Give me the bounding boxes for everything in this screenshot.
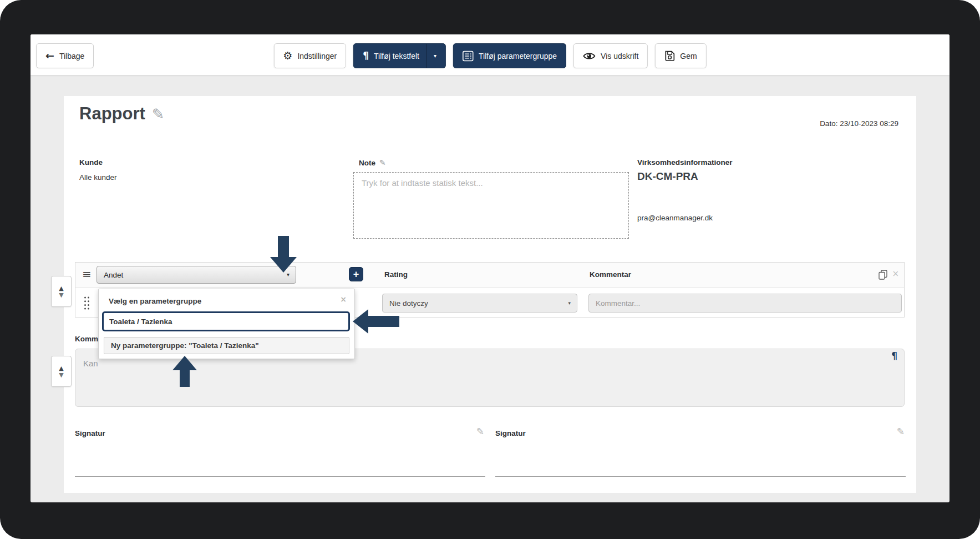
dropdown-close-icon[interactable]: ×: [340, 295, 347, 303]
dropdown-title: Vælg en parametergruppe: [109, 297, 201, 305]
add-parametergroup-button[interactable]: Tilføj parametergruppe: [453, 43, 566, 68]
annotation-arrow-down-icon: [270, 236, 297, 273]
select-caret-icon: ▾: [287, 272, 290, 278]
signature-label: Signatur: [75, 429, 105, 437]
signature-label: Signatur: [495, 429, 526, 437]
report-title-row: Rapport ✎: [79, 104, 164, 124]
report-card: Rapport ✎ Dato: 23/10-2023 08:29 Kunde A…: [64, 96, 916, 493]
report-date: Dato: 23/10-2023 08:29: [820, 119, 898, 128]
company-info-label: Virksomhedsinformationer: [637, 158, 733, 167]
signature-line: [75, 476, 485, 477]
comment-textarea-text: Kan: [83, 359, 98, 368]
save-button[interactable]: Gem: [655, 43, 706, 68]
save-label: Gem: [680, 52, 697, 61]
move-up-icon: ▲: [59, 285, 63, 291]
note-textarea[interactable]: Tryk for at indtaste statisk tekst...: [353, 172, 629, 239]
back-label: Tilbage: [59, 52, 84, 61]
edit-note-pencil-icon[interactable]: ✎: [379, 158, 386, 167]
edit-title-pencil-icon[interactable]: ✎: [152, 105, 165, 123]
note-placeholder: Tryk for at indtaste statisk tekst...: [354, 173, 628, 193]
rating-select[interactable]: Nie dotyczy ▾: [382, 294, 577, 313]
back-button[interactable]: ← Tilbage: [36, 43, 94, 68]
annotation-arrow-left-icon: [353, 309, 399, 334]
settings-label: Indstillinger: [297, 52, 337, 61]
pilcrow-icon: ¶: [363, 51, 369, 61]
screenshot-root: ← Tilbage ⚙ Indstillinger ¶ Tilføj tekst…: [0, 0, 980, 539]
add-parametergroup-label: Tilføj parametergruppe: [479, 52, 557, 61]
rating-select-value: Nie dotyczy: [389, 299, 428, 308]
move-section-up-down-button[interactable]: ▲ ▼: [51, 356, 72, 387]
select-caret-icon: ▾: [568, 301, 571, 306]
move-down-icon: ▼: [59, 372, 63, 378]
customer-label: Kunde: [79, 158, 103, 167]
parametergroup-search-input[interactable]: [102, 311, 350, 331]
textfield-dropdown-caret-icon[interactable]: ▾: [426, 44, 436, 68]
customer-value: Alle kunder: [79, 173, 117, 182]
preview-button[interactable]: Vis udskrift: [573, 43, 648, 68]
signature-section-right: Signatur ✎: [495, 428, 906, 477]
move-down-icon: ▼: [59, 292, 63, 298]
company-email: pra@cleanmanager.dk: [637, 214, 713, 222]
rating-column-header: Rating: [384, 270, 408, 279]
edit-signature-pencil-icon[interactable]: ✎: [897, 427, 905, 436]
list-icon: [463, 51, 474, 62]
parametergroup-select-value: Andet: [104, 271, 123, 279]
eye-icon: [583, 52, 596, 61]
settings-button[interactable]: ⚙ Indstillinger: [273, 43, 346, 68]
add-textfield-button[interactable]: ¶ Tilføj tekstfelt ▾: [353, 43, 446, 68]
save-icon: [664, 51, 675, 61]
annotation-arrow-up-icon: [172, 356, 197, 387]
new-parametergroup-option[interactable]: Ny parametergruppe: "Toaleta / Tazienka": [104, 337, 349, 354]
move-section-up-down-button[interactable]: ▲ ▼: [51, 276, 72, 307]
note-label-row: Note ✎: [359, 158, 386, 167]
toolbar: ← Tilbage ⚙ Indstillinger ¶ Tilføj tekst…: [31, 34, 949, 75]
parametergroup-dropdown-panel: Vælg en parametergruppe × Ny parametergr…: [98, 289, 355, 359]
edit-signature-pencil-icon[interactable]: ✎: [476, 427, 484, 436]
company-name: DK-CM-PRA: [637, 170, 698, 183]
signature-section-left: Signatur ✎: [75, 428, 485, 477]
add-textfield-label: Tilføj tekstfelt: [374, 52, 419, 61]
app-window: ← Tilbage ⚙ Indstillinger ¶ Tilføj tekst…: [31, 34, 949, 502]
parametergroup-select[interactable]: Andet ▾: [97, 266, 296, 284]
comment-column-header: Kommentar: [590, 270, 631, 279]
duplicate-group-icon[interactable]: [879, 270, 887, 280]
back-arrow-icon: ←: [45, 51, 54, 61]
move-up-icon: ▲: [59, 365, 63, 371]
parameter-group-header-row: ≡ Andet ▾ + Rating Kommentar ×: [75, 263, 904, 288]
textfield-pilcrow-icon: ¶: [891, 351, 897, 361]
drag-handle-icon[interactable]: ≡: [82, 269, 92, 280]
report-title: Rapport: [79, 104, 145, 124]
remove-group-icon[interactable]: ×: [892, 270, 899, 278]
signature-line: [495, 476, 906, 477]
gear-icon: ⚙: [283, 51, 292, 61]
preview-label: Vis udskrift: [601, 52, 638, 61]
comment-input[interactable]: [588, 294, 902, 313]
add-parameter-row-button[interactable]: +: [349, 267, 363, 281]
note-label: Note: [359, 159, 375, 167]
row-grip-icon[interactable]: [84, 296, 90, 310]
